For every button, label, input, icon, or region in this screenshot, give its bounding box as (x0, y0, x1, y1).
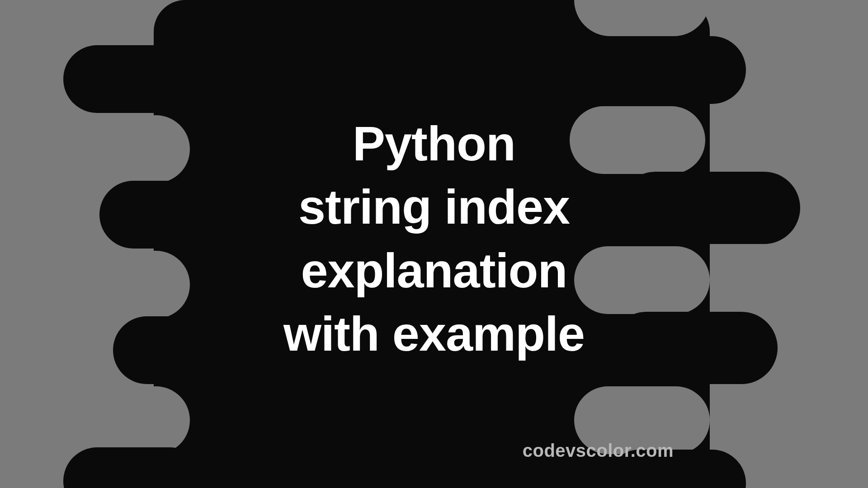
banner-title: Python string index explanation with exa… (283, 112, 585, 366)
blob-shape: Python string index explanation with exa… (0, 0, 868, 488)
banner-frame: Python string index explanation with exa… (0, 0, 868, 488)
watermark-text: codevscolor.com (523, 441, 674, 461)
